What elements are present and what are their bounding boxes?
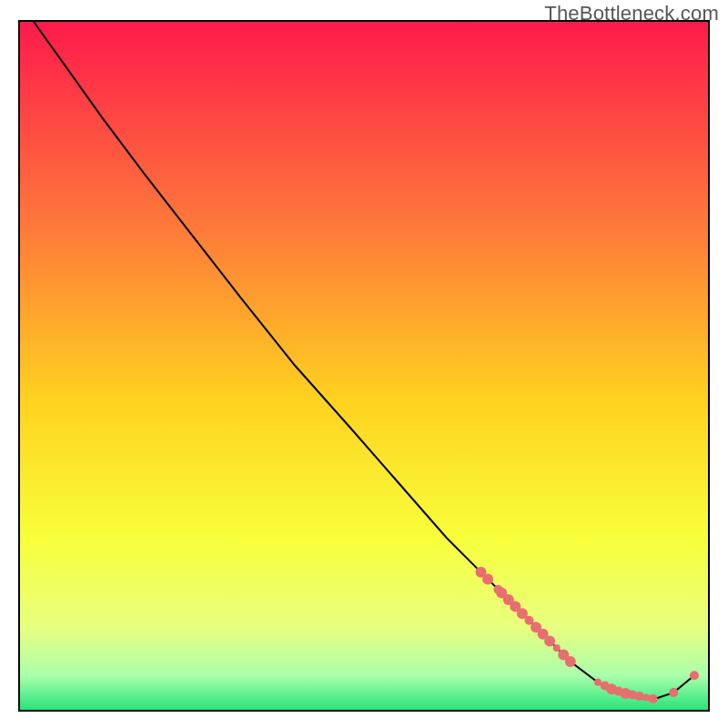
marker-point	[482, 573, 493, 584]
marker-point	[544, 635, 555, 646]
plot-area	[18, 20, 710, 712]
marker-point	[690, 671, 699, 680]
chart-background	[20, 22, 708, 710]
marker-point	[553, 644, 561, 652]
watermark-text: TheBottleneck.com	[544, 2, 719, 25]
marker-point	[669, 688, 678, 697]
chart-svg	[20, 22, 708, 710]
marker-point	[565, 656, 576, 667]
marker-point	[649, 694, 658, 703]
chart-container: TheBottleneck.com	[0, 0, 728, 728]
marker-point	[634, 692, 643, 701]
